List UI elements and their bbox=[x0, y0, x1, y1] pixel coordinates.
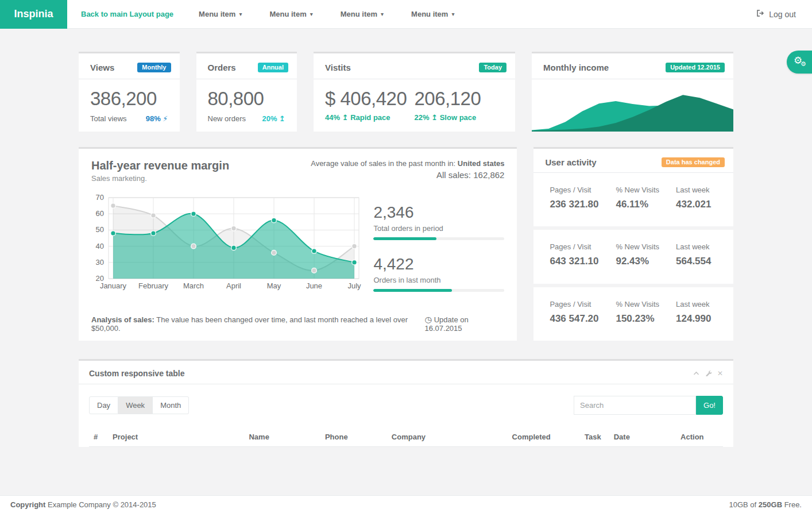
visits-right-stat: 206,120 22% ↥ Slow pace bbox=[415, 88, 504, 122]
level-up-icon: ↥ bbox=[431, 113, 438, 122]
revenue-line-chart: 203040506070JanuaryFebruaryMarchAprilMay… bbox=[91, 193, 373, 307]
orders-value: 80,800 bbox=[208, 88, 286, 110]
income-area-chart bbox=[532, 79, 733, 132]
progress-fill bbox=[373, 237, 436, 240]
filter-button-week[interactable]: Week bbox=[118, 396, 153, 414]
search-go-button[interactable]: Go! bbox=[696, 396, 723, 415]
logout-button[interactable]: Log out bbox=[756, 9, 796, 19]
chevron-down-icon: ▾ bbox=[381, 11, 384, 17]
revenue-stats: 2,346Total orders in period4,422Orders i… bbox=[373, 193, 504, 307]
views-value: 386,200 bbox=[90, 88, 168, 110]
orders-metric: 20% bbox=[262, 114, 277, 123]
svg-text:July: July bbox=[347, 281, 361, 290]
views-caption: Total views bbox=[90, 114, 127, 123]
filter-button-day[interactable]: Day bbox=[89, 396, 118, 414]
column-header-phone: Phone bbox=[320, 427, 387, 447]
nav-menu-item-4[interactable]: Menu item▾ bbox=[397, 10, 468, 18]
activity-stat-value: 92.43% bbox=[616, 256, 676, 267]
svg-text:February: February bbox=[138, 281, 169, 290]
orders-card: Orders Annual 80,800 New orders 20% ↥ bbox=[196, 52, 297, 132]
data-changed-badge: Data has changed bbox=[662, 157, 725, 167]
revenue-stat-progress bbox=[373, 237, 504, 240]
column-header-name: Name bbox=[244, 427, 320, 447]
revenue-stat-label: Total orders in period bbox=[373, 224, 504, 233]
visits-left-stat: $ 406,420 44% ↥ Rapid pace bbox=[325, 88, 415, 122]
search-input[interactable] bbox=[574, 396, 696, 415]
close-icon[interactable]: ✕ bbox=[717, 370, 723, 377]
activity-stat-label: Last week bbox=[676, 300, 722, 308]
theme-config-button[interactable]: ⚙ ⚙ bbox=[787, 51, 812, 74]
top-navbar: Inspinia Back to main Layout page Menu i… bbox=[0, 0, 812, 29]
user-activity-panel: User activity Data has changed Pages / V… bbox=[533, 147, 733, 341]
visits-card-title: Vistits bbox=[325, 63, 351, 72]
back-to-layout-link[interactable]: Back to main Layout page bbox=[81, 10, 173, 18]
responsive-table-panel: Custom responsive table ✕ DayWeekMonth bbox=[79, 359, 733, 447]
nav-menu: Menu item▾Menu item▾Menu item▾Menu item▾ bbox=[185, 10, 468, 18]
activity-stat-value: 46.11% bbox=[616, 199, 676, 210]
income-card-title: Monthly income bbox=[543, 63, 609, 72]
activity-stat: Last week124.990 bbox=[676, 300, 722, 325]
activity-stat-value: 436 547.20 bbox=[550, 313, 616, 325]
activity-stat-label: % New Visits bbox=[616, 242, 676, 251]
sign-out-icon bbox=[756, 9, 764, 19]
table-panel-title: Custom responsive table bbox=[89, 369, 185, 378]
average-sales-line: Average value of sales in the past month… bbox=[311, 159, 504, 168]
visits-badge: Today bbox=[479, 63, 506, 72]
dashboard-page: Inspinia Back to main Layout page Menu i… bbox=[0, 0, 812, 513]
revenue-stat-2: 4,422Orders in last month bbox=[373, 255, 504, 292]
chevron-down-icon: ▾ bbox=[310, 11, 313, 17]
column-header-project: Project bbox=[108, 427, 244, 447]
revenue-stat-label: Orders in last month bbox=[373, 276, 504, 284]
revenue-panel: Half-year revenue margin Sales marketing… bbox=[79, 147, 517, 341]
activity-stat-label: Last week bbox=[676, 186, 722, 194]
activity-stat-value: 643 321.10 bbox=[550, 256, 616, 267]
activity-stat: Pages / Visit643 321.10 bbox=[545, 242, 616, 267]
storage-text: 10GB of 250GB Free. bbox=[729, 500, 802, 509]
update-date: ◷Update on 16.07.2015 bbox=[425, 315, 505, 333]
activity-stat: % New Visits150.23% bbox=[616, 300, 676, 325]
svg-text:50: 50 bbox=[96, 225, 104, 234]
logout-label: Log out bbox=[769, 10, 796, 19]
views-card-title: Views bbox=[90, 63, 114, 72]
activity-stat-value: 564.554 bbox=[676, 256, 722, 267]
activity-stat-value: 150.23% bbox=[616, 313, 676, 325]
user-activity-title: User activity bbox=[545, 157, 596, 167]
activity-stat-label: Pages / Visit bbox=[550, 242, 616, 251]
nav-menu-item-1[interactable]: Menu item▾ bbox=[185, 10, 256, 18]
all-sales-line: All sales: 162,862 bbox=[311, 170, 504, 180]
clock-icon: ◷ bbox=[425, 315, 432, 324]
nav-menu-item-2[interactable]: Menu item▾ bbox=[256, 10, 326, 18]
svg-text:January: January bbox=[100, 281, 127, 290]
activity-row-1: Pages / Visit236 321.80% New Visits46.11… bbox=[533, 173, 733, 226]
orders-card-title: Orders bbox=[208, 63, 236, 72]
chevron-down-icon: ▾ bbox=[239, 11, 242, 17]
page-footer: Copyright Example Company © 2014-2015 10… bbox=[0, 495, 812, 513]
copyright-text: Copyright Example Company © 2014-2015 bbox=[10, 500, 156, 509]
activity-stat: Last week564.554 bbox=[676, 242, 722, 267]
progress-fill bbox=[373, 289, 452, 292]
nav-menu-item-label: Menu item bbox=[269, 10, 306, 18]
activity-stat-value: 236 321.80 bbox=[550, 199, 616, 210]
chevron-down-icon: ▾ bbox=[451, 11, 454, 17]
revenue-stat-value: 4,422 bbox=[373, 255, 504, 273]
revenue-title: Half-year revenue margin bbox=[91, 159, 229, 172]
collapse-icon[interactable] bbox=[693, 370, 699, 377]
svg-text:40: 40 bbox=[96, 242, 104, 250]
wrench-icon[interactable] bbox=[705, 370, 712, 377]
svg-text:March: March bbox=[183, 281, 204, 290]
column-header-company: Company bbox=[387, 427, 508, 447]
column-header-: # bbox=[89, 427, 108, 447]
revenue-stat-value: 2,346 bbox=[373, 203, 504, 222]
svg-text:June: June bbox=[306, 281, 322, 290]
activity-stat: % New Visits92.43% bbox=[616, 242, 676, 267]
nav-menu-item-label: Menu item bbox=[341, 10, 377, 18]
level-up-icon: ↥ bbox=[279, 114, 285, 123]
nav-menu-item-3[interactable]: Menu item▾ bbox=[327, 10, 397, 18]
activity-stat-value: 432.021 bbox=[676, 199, 722, 210]
column-header-task: Task bbox=[567, 427, 605, 447]
filter-button-month[interactable]: Month bbox=[153, 396, 189, 414]
svg-text:70: 70 bbox=[96, 193, 104, 202]
brand-logo[interactable]: Inspinia bbox=[0, 0, 67, 29]
orders-badge: Annual bbox=[258, 63, 288, 72]
activity-stat: Pages / Visit436 547.20 bbox=[545, 300, 616, 325]
